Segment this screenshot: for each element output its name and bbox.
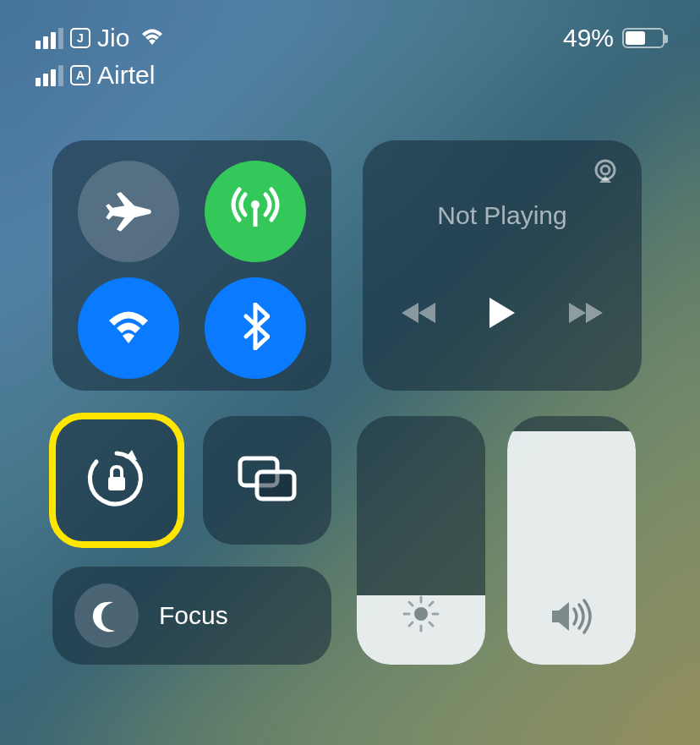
media-title: Not Playing <box>437 201 566 230</box>
wifi-button[interactable] <box>78 277 179 379</box>
carrier-name-2: Airtel <box>97 61 155 90</box>
connectivity-panel <box>52 140 331 391</box>
media-panel[interactable]: Not Playing <box>363 140 642 391</box>
airplane-icon <box>105 186 152 237</box>
antenna-icon <box>230 184 281 238</box>
previous-track-button[interactable] <box>402 301 437 328</box>
bluetooth-button[interactable] <box>205 277 306 379</box>
svg-rect-4 <box>108 477 125 490</box>
media-controls <box>402 296 603 333</box>
play-button[interactable] <box>488 296 517 333</box>
brightness-slider[interactable] <box>357 416 485 665</box>
brightness-icon <box>401 594 441 638</box>
status-right: 49% <box>563 24 664 52</box>
orientation-lock-button[interactable] <box>52 416 181 545</box>
focus-button[interactable]: Focus <box>52 567 331 665</box>
airplay-icon[interactable] <box>591 159 620 188</box>
status-bar: J Jio A Airtel 49% <box>0 0 700 90</box>
carrier-row-1: J Jio <box>36 24 165 52</box>
volume-slider[interactable] <box>507 416 636 665</box>
signal-icon <box>36 28 63 49</box>
bluetooth-icon <box>241 303 270 353</box>
battery-icon <box>622 28 664 48</box>
next-track-button[interactable] <box>567 301 603 328</box>
moon-icon <box>74 583 139 648</box>
carrier-name-1: Jio <box>97 24 129 52</box>
sim-badge-1: J <box>70 28 90 48</box>
cellular-data-button[interactable] <box>205 161 306 262</box>
svg-line-14 <box>409 622 413 626</box>
screen-mirroring-button[interactable] <box>203 416 331 545</box>
wifi-icon <box>104 308 153 348</box>
svg-rect-6 <box>257 472 294 499</box>
sim-badge-2: A <box>70 65 90 85</box>
svg-line-12 <box>409 602 413 605</box>
svg-rect-1 <box>254 206 258 227</box>
focus-label: Focus <box>159 601 228 630</box>
wifi-icon <box>139 27 165 49</box>
signal-icon <box>36 65 63 86</box>
svg-line-13 <box>429 622 433 626</box>
airplane-mode-button[interactable] <box>78 161 179 262</box>
svg-point-3 <box>601 166 610 174</box>
svg-point-7 <box>414 607 428 621</box>
status-left: J Jio A Airtel <box>36 24 165 90</box>
carrier-row-2: A Airtel <box>36 61 165 90</box>
screen-mirroring-icon <box>237 455 298 506</box>
volume-icon <box>549 599 594 638</box>
svg-line-15 <box>429 602 433 605</box>
orientation-lock-icon <box>85 446 149 514</box>
battery-percentage: 49% <box>563 24 614 52</box>
